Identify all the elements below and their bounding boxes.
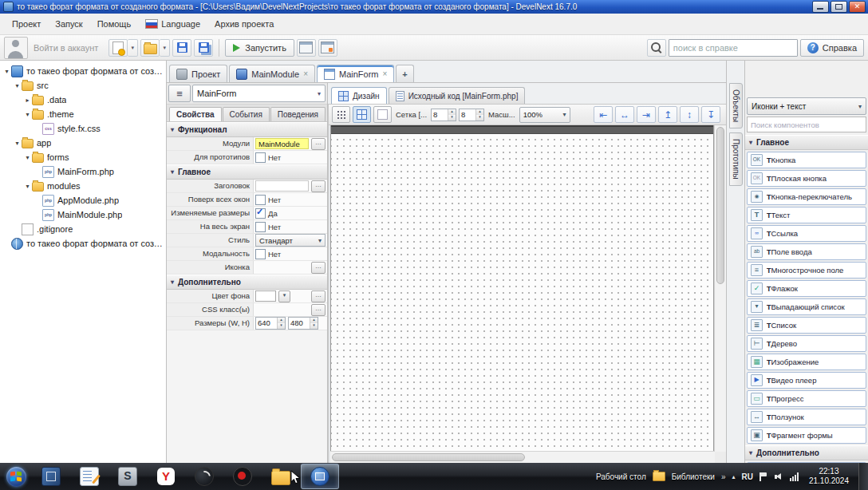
- taskbar-app-dark-disc-app[interactable]: [186, 464, 223, 488]
- collapse-arrow-icon[interactable]: ▾: [23, 154, 32, 161]
- expand-arrow-icon[interactable]: ▸: [23, 97, 32, 104]
- align-middle-icon[interactable]: [680, 106, 699, 123]
- tree-item-appmodule-php[interactable]: AppModule.php: [0, 193, 166, 207]
- color-swatch[interactable]: [255, 290, 276, 302]
- align-right-icon[interactable]: [637, 106, 656, 123]
- palette-item-link[interactable]: Ссылка: [747, 225, 866, 242]
- palette-item-media-player[interactable]: Видео плеер: [747, 372, 866, 389]
- align-center-icon[interactable]: [615, 106, 634, 123]
- help-search-input[interactable]: [669, 39, 798, 57]
- collapse-arrow-icon[interactable]: ▾: [23, 183, 32, 190]
- size-height-spinner[interactable]: 480: [288, 317, 318, 330]
- section-header-additional[interactable]: Дополнительно: [167, 275, 327, 290]
- prop-text-field[interactable]: [255, 180, 309, 192]
- taskbar-app-yandex-browser[interactable]: [148, 464, 184, 488]
- collapse-arrow-icon[interactable]: ▾: [2, 68, 11, 75]
- tree-item-project-root[interactable]: ▾то такео форат формата от созданого фор…: [0, 64, 166, 78]
- props-tab-events[interactable]: События: [223, 107, 270, 121]
- checkbox[interactable]: [255, 208, 266, 219]
- tree-item-src[interactable]: ▾src: [0, 78, 166, 93]
- maximize-button[interactable]: [831, 1, 847, 13]
- form-design-surface[interactable]: [330, 125, 714, 452]
- user-avatar-icon[interactable]: [4, 37, 28, 59]
- menu-item-project[interactable]: Проект: [5, 16, 48, 32]
- spinner-down-icon[interactable]: [448, 115, 456, 121]
- open-project-button[interactable]: [140, 39, 160, 57]
- language-indicator[interactable]: RU: [741, 472, 752, 481]
- palette-item-text-field[interactable]: Поле ввода: [747, 243, 866, 260]
- tree-item-mainmodule-php[interactable]: MainModule.php: [0, 207, 166, 222]
- blank-tool-button[interactable]: [373, 106, 392, 123]
- design-canvas[interactable]: [328, 125, 726, 463]
- palette-item-combo-box[interactable]: Выпадающий список: [747, 298, 866, 315]
- ellipsis-button[interactable]: [311, 290, 326, 302]
- palette-item-checkbox[interactable]: Флажок: [747, 280, 866, 297]
- snap-toggle-button[interactable]: [332, 106, 350, 123]
- palette-item-label[interactable]: Текст: [747, 207, 866, 223]
- palette-item-form-fragment[interactable]: Фрагмент формы: [747, 427, 866, 444]
- zoom-dropdown[interactable]: 100%: [519, 107, 570, 123]
- palette-item-list-view[interactable]: Список: [747, 317, 866, 334]
- clock[interactable]: 22:13 21.10.2024: [806, 467, 852, 487]
- section-header-main[interactable]: Главное: [167, 164, 327, 180]
- palette-item-tree-view[interactable]: Дерево: [747, 335, 866, 352]
- search-button[interactable]: [647, 39, 666, 57]
- taskbar-app-s-app[interactable]: [109, 464, 146, 488]
- taskbar-app-explorer-folder[interactable]: [262, 464, 299, 488]
- collapse-arrow-icon[interactable]: ▾: [23, 111, 32, 118]
- props-tab-properties[interactable]: Свойства: [169, 107, 222, 121]
- tree-item-theme-folder[interactable]: ▾.theme: [0, 107, 166, 121]
- save-button[interactable]: [172, 39, 191, 57]
- tree-item-style-css[interactable]: style.fx.css: [0, 121, 166, 136]
- start-button[interactable]: [0, 463, 32, 490]
- tree-item-mainform-php[interactable]: MainForm.php: [0, 164, 166, 179]
- new-tab-button[interactable]: +: [396, 65, 413, 82]
- palette-item-text-area[interactable]: Многострочное поле: [747, 262, 866, 279]
- menu-item-help[interactable]: Помощь: [90, 16, 139, 32]
- minimize-button[interactable]: [812, 1, 829, 13]
- window-tool-button[interactable]: [297, 39, 316, 57]
- palette-item-toggle-button[interactable]: Кнопка-переключатель: [747, 188, 866, 205]
- ellipsis-button[interactable]: [311, 304, 326, 316]
- align-top-icon[interactable]: [658, 106, 677, 123]
- close-tab-icon[interactable]: [383, 69, 388, 78]
- ellipsis-button[interactable]: [311, 138, 326, 150]
- color-dropdown-button[interactable]: [278, 290, 290, 302]
- run-button[interactable]: Запустить: [225, 39, 294, 57]
- tree-item-modules-folder[interactable]: ▾modules: [0, 179, 166, 193]
- horizontal-scrollbar-thumb[interactable]: [332, 453, 525, 461]
- prop-dropdown[interactable]: Стандарт: [255, 234, 326, 247]
- checkbox[interactable]: [255, 222, 266, 232]
- palette-item-progress-bar[interactable]: Прогресс: [747, 390, 866, 407]
- menu-item-project-archive[interactable]: Архив проекта: [207, 16, 281, 32]
- designer-tool-button[interactable]: [318, 39, 337, 57]
- new-project-button[interactable]: [108, 39, 128, 57]
- palette-view-dropdown[interactable]: Иконки + текст: [747, 97, 866, 115]
- vertical-scrollbar-thumb[interactable]: [716, 127, 724, 284]
- login-button[interactable]: Войти в аккаунт: [30, 40, 106, 56]
- tree-item-app-folder[interactable]: ▾app: [0, 136, 166, 150]
- close-button[interactable]: [849, 1, 866, 13]
- menu-item-run[interactable]: Запуск: [48, 16, 89, 32]
- network-icon[interactable]: [790, 472, 799, 481]
- design-tab-source-code[interactable]: Исходный код [MainForm.php]: [389, 87, 526, 104]
- collapse-arrow-icon[interactable]: ▾: [13, 82, 22, 89]
- collapse-arrow-icon[interactable]: ▾: [13, 140, 22, 147]
- palette-item-button[interactable]: Кнопка: [747, 152, 866, 168]
- new-project-dropdown[interactable]: [128, 39, 138, 57]
- palette-section-additional[interactable]: Дополнительно: [745, 445, 868, 460]
- grid-height-spinner[interactable]: 8: [459, 109, 484, 121]
- ellipsis-button[interactable]: [311, 262, 326, 274]
- desktop-toolbar-label[interactable]: Рабочий стол: [596, 472, 646, 481]
- tree-item-data-folder[interactable]: ▸.data: [0, 93, 166, 107]
- checkbox[interactable]: [255, 195, 266, 205]
- tree-item-project-root-2[interactable]: то такео форат формата от созданого форм…: [0, 236, 166, 251]
- panel-menu-button[interactable]: [168, 85, 191, 102]
- editor-tab-project[interactable]: Проект: [169, 65, 227, 82]
- taskbar-app-document-editor[interactable]: [71, 464, 108, 488]
- editor-tab-mainform[interactable]: MainForm: [317, 65, 394, 82]
- palette-item-flat-button[interactable]: Плоская кнопка: [747, 170, 866, 187]
- taskbar-app-record-app[interactable]: [224, 464, 261, 488]
- open-project-dropdown[interactable]: [160, 39, 170, 57]
- tree-item-forms-folder[interactable]: ▾forms: [0, 150, 166, 164]
